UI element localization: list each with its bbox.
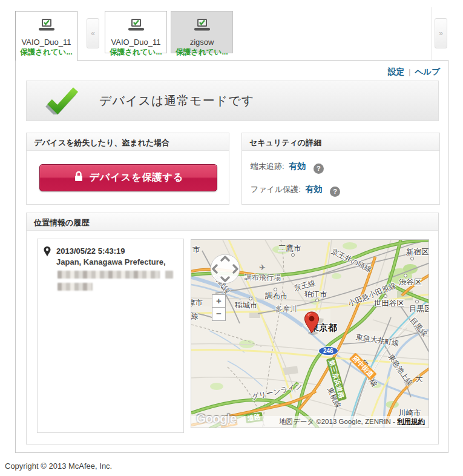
location-entry[interactable]: 2013/05/22 5:43:19 Japan, Kanagawa Prefe… <box>37 239 184 433</box>
attribution-text: 地図データ ©2013 Google, ZENRIN - <box>279 418 397 425</box>
settings-link[interactable]: 設定 <box>388 67 404 76</box>
security-row-tracking: 端末追跡: 有効 ? <box>251 161 439 174</box>
device-name: zigsow <box>171 38 232 47</box>
map-label: ✈ <box>259 263 266 272</box>
tab-device-vaio-2[interactable]: VAIO_Duo_11 保護されてい... <box>105 11 167 53</box>
header-links: 設定|ヘルプ <box>388 67 440 78</box>
status-banner: デバイスは通常モードです <box>26 81 439 121</box>
map-city-dot <box>249 297 252 300</box>
map-label: 大 <box>415 374 423 385</box>
location-pin-icon <box>44 246 51 266</box>
zoom-out-button[interactable]: − <box>212 308 226 321</box>
tab-scroll-right-button[interactable]: » <box>435 18 447 48</box>
question-icon[interactable]: ? <box>330 187 340 197</box>
map-label: 世田谷区 <box>374 299 404 309</box>
tab-scroll-left-button[interactable]: « <box>87 18 99 48</box>
map-label: 稲城市 <box>235 300 258 311</box>
map-pan-control[interactable] <box>209 253 241 287</box>
device-name: VAIO_Duo_11 <box>16 38 77 47</box>
security-value: 有効 <box>305 184 322 194</box>
device-status: 保護されてい... <box>105 47 166 58</box>
device-status: 保護されてい... <box>16 47 77 58</box>
redacted-address-line <box>57 283 93 291</box>
chevron-right-icon: » <box>439 29 443 38</box>
map-label: 三鷹市 <box>278 243 301 254</box>
map-city-dot <box>404 274 407 277</box>
help-link[interactable]: ヘルプ <box>415 67 440 76</box>
security-details-panel: セキュリティの詳細 端末追跡: 有効 ? ファイル保護: 有効 ? <box>241 133 440 205</box>
green-check-icon <box>45 85 79 117</box>
security-value: 有効 <box>289 161 306 171</box>
location-timestamp: 2013/05/22 5:43:19 <box>56 246 166 256</box>
security-label: 端末追跡: <box>251 162 284 171</box>
map-label: 目黒区 <box>409 304 429 314</box>
tab-device-zigsow[interactable]: zigsow 保護されてい... <box>171 11 233 53</box>
location-history-panel: 位置情報の履歴 2013/05/22 5:43:19 Japan, Kanaga… <box>26 213 439 445</box>
question-icon[interactable]: ? <box>314 164 324 174</box>
map-label: 調布市 <box>265 291 288 302</box>
status-message: デバイスは通常モードです <box>99 93 254 109</box>
panel-title: デバイスを紛失したり、盗まれた場合 <box>27 133 229 151</box>
panel-title: 位置情報の履歴 <box>27 213 438 231</box>
laptop-check-icon <box>36 18 57 36</box>
map-zoom-control: + − <box>212 294 226 321</box>
protect-device-button[interactable]: デバイスを保護する <box>39 164 217 191</box>
map-label: 新宿区 <box>406 247 429 257</box>
location-history-body: 2013/05/22 5:43:19 Japan, Kanagawa Prefe… <box>27 231 438 444</box>
mcafee-device-page: VAIO_Duo_11 保護されてい... « VAIO_Duo_11 保護され… <box>0 0 463 476</box>
device-name: VAIO_Duo_11 <box>105 38 166 47</box>
lost-device-panel: デバイスを紛失したり、盗まれた場合 デバイスを保護する <box>26 133 229 205</box>
security-label: ファイル保護: <box>251 185 301 194</box>
map-city-dot <box>274 288 277 291</box>
map-label: 多摩川 <box>275 304 297 314</box>
panel-title: セキュリティの詳細 <box>242 133 439 151</box>
tab-strip-divider <box>432 7 432 61</box>
location-address: Japan, Kanagawa Prefecture, <box>56 257 166 266</box>
redacted-address-line <box>57 266 177 279</box>
lock-icon <box>73 171 84 185</box>
map-city-dot <box>315 299 319 302</box>
map-city-dot <box>384 294 387 298</box>
map-label: 摩市 <box>191 298 203 308</box>
map-city-dot <box>415 300 419 303</box>
map-label: 渋谷区 <box>399 277 422 288</box>
map-marker-pin[interactable] <box>304 311 320 338</box>
main-panel: 設定|ヘルプ デバイスは通常モードです デバイスを紛失したり、盗まれた場合 <box>15 60 448 453</box>
device-tab-strip: VAIO_Duo_11 保護されてい... « VAIO_Duo_11 保護され… <box>15 11 448 61</box>
map-attribution: 地図データ ©2013 Google, ZENRIN - 利用規約 <box>191 416 429 428</box>
map-label: 市 <box>192 245 200 255</box>
link-separator: | <box>409 67 411 76</box>
security-row-file-protection: ファイル保護: 有効 ? <box>251 184 439 197</box>
map-label: 線 <box>191 311 199 322</box>
terms-of-use-link[interactable]: 利用規約 <box>397 418 425 425</box>
tab-device-vaio-1[interactable]: VAIO_Duo_11 保護されてい... <box>15 11 77 61</box>
chevron-left-icon: « <box>91 29 95 38</box>
zoom-in-button[interactable]: + <box>212 294 226 308</box>
laptop-check-icon <box>126 18 146 36</box>
device-status: 保護されてい... <box>171 47 232 58</box>
map-label: 246 <box>318 346 338 355</box>
map-label: 調布飛行場 <box>245 273 281 283</box>
protect-button-label: デバイスを保護する <box>90 171 184 184</box>
map-city-dot <box>410 257 414 260</box>
copyright-text: Copyright © 2013 McAfee, Inc. <box>5 461 112 471</box>
map-canvas[interactable]: 市三鷹市新宿区京王井の頭線✈調布飛行場京王線小田急小田原線渋谷区世田谷区目黒区調… <box>191 239 429 428</box>
map-city-dot <box>291 253 295 257</box>
laptop-check-icon <box>192 18 212 36</box>
